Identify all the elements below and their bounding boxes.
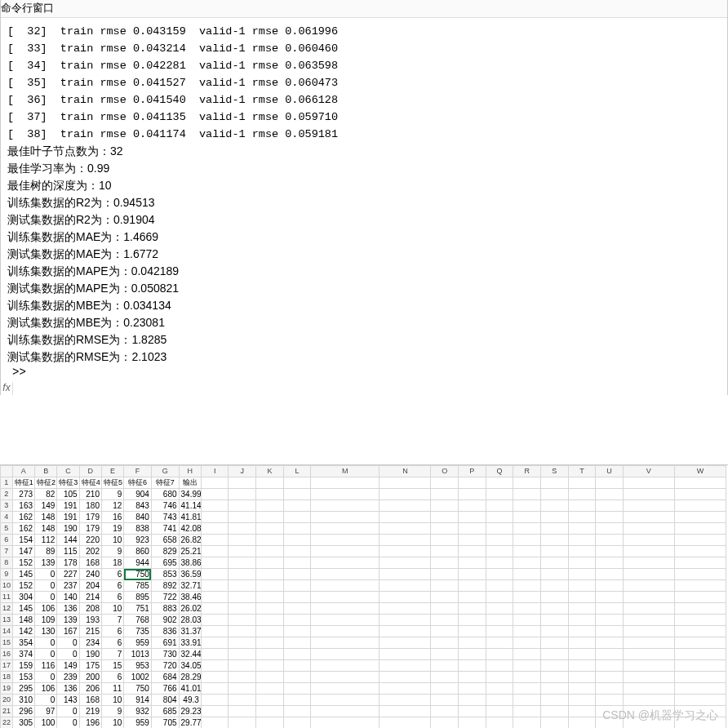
cell[interactable]	[568, 592, 596, 603]
cell[interactable]	[674, 717, 726, 729]
cell[interactable]	[311, 489, 380, 500]
cell[interactable]	[486, 717, 513, 729]
row-number[interactable]: 12	[1, 603, 13, 615]
column-header[interactable]: Q	[486, 466, 513, 477]
cell[interactable]: 162	[12, 512, 34, 523]
row-number[interactable]: 10	[1, 580, 13, 592]
cell[interactable]: 97	[35, 706, 57, 717]
cell[interactable]	[623, 615, 674, 626]
cell[interactable]	[568, 615, 596, 626]
cell[interactable]	[229, 592, 256, 603]
cell[interactable]	[568, 489, 596, 500]
cell[interactable]	[459, 569, 486, 580]
cell[interactable]	[256, 592, 284, 603]
cell[interactable]	[513, 477, 541, 489]
cell[interactable]	[623, 660, 674, 672]
cell[interactable]	[596, 626, 624, 637]
column-header[interactable]: O	[431, 466, 459, 477]
cell[interactable]: 36.59	[179, 569, 201, 580]
cell[interactable]: 31.37	[179, 626, 201, 637]
cell[interactable]	[311, 535, 380, 546]
cell[interactable]	[431, 580, 459, 592]
cell[interactable]	[201, 603, 229, 615]
cell[interactable]	[229, 672, 256, 683]
cell[interactable]: 特征1	[12, 477, 34, 489]
cell[interactable]	[540, 717, 568, 729]
column-header[interactable]: E	[101, 466, 123, 477]
spreadsheet-grid[interactable]: ABCDEFGHIJKLMNOPQRSTUVW 1特征1特征2特征3特征4特征5…	[0, 465, 726, 728]
cell[interactable]	[380, 477, 431, 489]
cell[interactable]	[568, 523, 596, 535]
cell[interactable]: 7	[101, 615, 123, 626]
cell[interactable]	[283, 512, 311, 523]
cell[interactable]	[201, 569, 229, 580]
row-number[interactable]: 19	[1, 683, 13, 695]
cell[interactable]	[459, 615, 486, 626]
cell[interactable]	[623, 683, 674, 695]
cell[interactable]	[380, 535, 431, 546]
cell[interactable]: 914	[124, 695, 152, 706]
cell[interactable]	[459, 512, 486, 523]
cell[interactable]	[623, 580, 674, 592]
cell[interactable]	[311, 660, 380, 672]
cell[interactable]: 953	[124, 660, 152, 672]
row-number[interactable]: 18	[1, 672, 13, 683]
cell[interactable]	[459, 489, 486, 500]
cell[interactable]: 923	[124, 535, 152, 546]
cell[interactable]	[596, 706, 624, 717]
cell[interactable]	[311, 569, 380, 580]
column-header[interactable]: N	[380, 466, 431, 477]
cell[interactable]	[283, 557, 311, 569]
column-header[interactable]: L	[283, 466, 311, 477]
cell[interactable]: 26.02	[179, 603, 201, 615]
cell[interactable]: 149	[35, 500, 57, 512]
cell[interactable]: 18	[101, 557, 123, 569]
cell[interactable]	[380, 580, 431, 592]
cell[interactable]	[486, 683, 513, 695]
cell[interactable]: 38.86	[179, 557, 201, 569]
cell[interactable]	[568, 580, 596, 592]
cell[interactable]: 6	[101, 626, 123, 637]
cell[interactable]	[596, 717, 624, 729]
cell[interactable]	[256, 626, 284, 637]
cell[interactable]	[431, 500, 459, 512]
row-number[interactable]: 11	[1, 592, 13, 603]
cell[interactable]	[486, 500, 513, 512]
cell[interactable]: 139	[35, 557, 57, 569]
cell[interactable]	[513, 569, 541, 580]
cell[interactable]	[311, 592, 380, 603]
cell[interactable]: 0	[57, 649, 79, 660]
cell[interactable]: 691	[151, 637, 179, 649]
cell[interactable]	[486, 535, 513, 546]
cell[interactable]	[229, 523, 256, 535]
cell[interactable]	[229, 603, 256, 615]
cell[interactable]: 11	[101, 683, 123, 695]
row-number[interactable]: 2	[1, 489, 13, 500]
cell[interactable]	[623, 546, 674, 557]
cell[interactable]	[201, 672, 229, 683]
cell[interactable]: 41.81	[179, 512, 201, 523]
cell[interactable]: 115	[57, 546, 79, 557]
cell[interactable]	[311, 477, 380, 489]
cell[interactable]: 180	[79, 500, 101, 512]
cell[interactable]	[256, 683, 284, 695]
cell[interactable]	[431, 615, 459, 626]
cell[interactable]	[623, 523, 674, 535]
column-header[interactable]	[1, 466, 13, 477]
cell[interactable]	[623, 512, 674, 523]
cell[interactable]	[674, 626, 726, 637]
cell[interactable]	[674, 535, 726, 546]
cell[interactable]	[540, 603, 568, 615]
cell[interactable]	[623, 535, 674, 546]
cell[interactable]	[431, 569, 459, 580]
cell[interactable]: 168	[79, 695, 101, 706]
cell[interactable]: 82	[35, 489, 57, 500]
cell[interactable]	[201, 477, 229, 489]
cell[interactable]	[674, 569, 726, 580]
cell[interactable]	[459, 695, 486, 706]
cell[interactable]: 153	[12, 672, 34, 683]
cell[interactable]	[623, 637, 674, 649]
cell[interactable]: 0	[35, 569, 57, 580]
cell[interactable]: 735	[124, 626, 152, 637]
cell[interactable]: 705	[151, 717, 179, 729]
